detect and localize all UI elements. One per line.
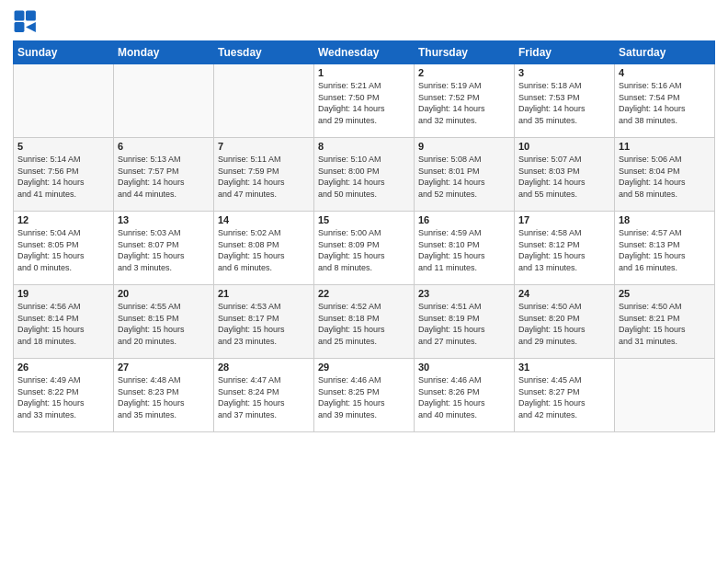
day-info: Sunrise: 4:57 AM Sunset: 8:13 PM Dayligh… (619, 227, 711, 273)
day-number: 12 (17, 214, 109, 225)
day-info: Sunrise: 5:04 AM Sunset: 8:05 PM Dayligh… (17, 227, 109, 273)
day-number: 1 (318, 67, 410, 78)
day-cell: 3Sunrise: 5:18 AM Sunset: 7:53 PM Daylig… (515, 64, 615, 138)
week-row-2: 5Sunrise: 5:14 AM Sunset: 7:56 PM Daylig… (14, 138, 715, 212)
calendar-table: SundayMondayTuesdayWednesdayThursdayFrid… (13, 40, 715, 432)
day-cell: 27Sunrise: 4:48 AM Sunset: 8:23 PM Dayli… (114, 359, 214, 432)
day-number: 6 (118, 141, 210, 152)
day-cell (114, 64, 214, 138)
day-info: Sunrise: 5:13 AM Sunset: 7:57 PM Dayligh… (118, 154, 210, 200)
day-info: Sunrise: 4:56 AM Sunset: 8:14 PM Dayligh… (17, 301, 109, 347)
day-number: 4 (619, 67, 711, 78)
day-info: Sunrise: 5:19 AM Sunset: 7:52 PM Dayligh… (418, 80, 510, 126)
day-number: 25 (619, 288, 711, 299)
week-row-3: 12Sunrise: 5:04 AM Sunset: 8:05 PM Dayli… (14, 212, 715, 285)
logo-icon (13, 9, 39, 35)
day-number: 17 (518, 214, 610, 225)
day-cell (214, 64, 314, 138)
day-cell: 24Sunrise: 4:50 AM Sunset: 8:20 PM Dayli… (515, 285, 615, 359)
day-cell: 9Sunrise: 5:08 AM Sunset: 8:01 PM Daylig… (415, 138, 515, 212)
day-number: 8 (318, 141, 410, 152)
day-cell: 8Sunrise: 5:10 AM Sunset: 8:00 PM Daylig… (314, 138, 415, 212)
day-cell: 6Sunrise: 5:13 AM Sunset: 7:57 PM Daylig… (114, 138, 214, 212)
svg-rect-2 (15, 22, 25, 32)
day-info: Sunrise: 5:06 AM Sunset: 8:04 PM Dayligh… (619, 154, 711, 200)
day-number: 15 (318, 214, 410, 225)
day-number: 3 (518, 67, 610, 78)
day-cell: 1Sunrise: 5:21 AM Sunset: 7:50 PM Daylig… (314, 64, 415, 138)
day-info: Sunrise: 5:08 AM Sunset: 8:01 PM Dayligh… (418, 154, 510, 200)
day-cell: 18Sunrise: 4:57 AM Sunset: 8:13 PM Dayli… (615, 212, 715, 285)
day-cell: 31Sunrise: 4:45 AM Sunset: 8:27 PM Dayli… (515, 359, 615, 432)
day-number: 18 (619, 214, 711, 225)
day-number: 7 (218, 141, 310, 152)
day-number: 13 (118, 214, 210, 225)
day-cell: 21Sunrise: 4:53 AM Sunset: 8:17 PM Dayli… (214, 285, 314, 359)
day-info: Sunrise: 4:46 AM Sunset: 8:26 PM Dayligh… (418, 374, 510, 420)
col-header-friday: Friday (515, 41, 615, 64)
day-info: Sunrise: 4:47 AM Sunset: 8:24 PM Dayligh… (218, 374, 310, 420)
col-header-wednesday: Wednesday (314, 41, 415, 64)
col-header-saturday: Saturday (615, 41, 715, 64)
day-number: 26 (17, 362, 109, 373)
day-cell: 30Sunrise: 4:46 AM Sunset: 8:26 PM Dayli… (415, 359, 515, 432)
day-info: Sunrise: 5:18 AM Sunset: 7:53 PM Dayligh… (518, 80, 610, 126)
day-info: Sunrise: 4:50 AM Sunset: 8:21 PM Dayligh… (619, 301, 711, 347)
day-cell: 19Sunrise: 4:56 AM Sunset: 8:14 PM Dayli… (14, 285, 114, 359)
col-header-sunday: Sunday (14, 41, 114, 64)
day-info: Sunrise: 4:53 AM Sunset: 8:17 PM Dayligh… (218, 301, 310, 347)
day-number: 11 (619, 141, 711, 152)
svg-marker-3 (26, 22, 36, 32)
day-cell: 22Sunrise: 4:52 AM Sunset: 8:18 PM Dayli… (314, 285, 415, 359)
day-info: Sunrise: 5:11 AM Sunset: 7:59 PM Dayligh… (218, 154, 310, 200)
day-info: Sunrise: 4:58 AM Sunset: 8:12 PM Dayligh… (518, 227, 610, 273)
day-cell: 14Sunrise: 5:02 AM Sunset: 8:08 PM Dayli… (214, 212, 314, 285)
day-info: Sunrise: 5:21 AM Sunset: 7:50 PM Dayligh… (318, 80, 410, 126)
day-cell: 5Sunrise: 5:14 AM Sunset: 7:56 PM Daylig… (14, 138, 114, 212)
day-number: 19 (17, 288, 109, 299)
day-cell (615, 359, 715, 432)
svg-rect-1 (26, 11, 36, 21)
day-cell: 12Sunrise: 5:04 AM Sunset: 8:05 PM Dayli… (14, 212, 114, 285)
week-row-4: 19Sunrise: 4:56 AM Sunset: 8:14 PM Dayli… (14, 285, 715, 359)
day-info: Sunrise: 5:10 AM Sunset: 8:00 PM Dayligh… (318, 154, 410, 200)
day-number: 22 (318, 288, 410, 299)
day-number: 14 (218, 214, 310, 225)
svg-rect-0 (15, 11, 25, 21)
day-number: 10 (518, 141, 610, 152)
day-info: Sunrise: 4:51 AM Sunset: 8:19 PM Dayligh… (418, 301, 510, 347)
day-number: 9 (418, 141, 510, 152)
day-cell: 23Sunrise: 4:51 AM Sunset: 8:19 PM Dayli… (415, 285, 515, 359)
day-number: 20 (118, 288, 210, 299)
day-info: Sunrise: 5:07 AM Sunset: 8:03 PM Dayligh… (518, 154, 610, 200)
day-cell: 10Sunrise: 5:07 AM Sunset: 8:03 PM Dayli… (515, 138, 615, 212)
day-number: 28 (218, 362, 310, 373)
day-number: 2 (418, 67, 510, 78)
day-cell: 25Sunrise: 4:50 AM Sunset: 8:21 PM Dayli… (615, 285, 715, 359)
day-cell: 4Sunrise: 5:16 AM Sunset: 7:54 PM Daylig… (615, 64, 715, 138)
day-info: Sunrise: 4:49 AM Sunset: 8:22 PM Dayligh… (17, 374, 109, 420)
day-number: 23 (418, 288, 510, 299)
day-number: 29 (318, 362, 410, 373)
day-info: Sunrise: 5:02 AM Sunset: 8:08 PM Dayligh… (218, 227, 310, 273)
day-number: 24 (518, 288, 610, 299)
day-cell: 2Sunrise: 5:19 AM Sunset: 7:52 PM Daylig… (415, 64, 515, 138)
day-cell: 13Sunrise: 5:03 AM Sunset: 8:07 PM Dayli… (114, 212, 214, 285)
header (13, 9, 715, 35)
day-cell: 29Sunrise: 4:46 AM Sunset: 8:25 PM Dayli… (314, 359, 415, 432)
day-info: Sunrise: 5:16 AM Sunset: 7:54 PM Dayligh… (619, 80, 711, 126)
day-number: 31 (518, 362, 610, 373)
logo (13, 9, 42, 35)
day-number: 27 (118, 362, 210, 373)
day-info: Sunrise: 5:03 AM Sunset: 8:07 PM Dayligh… (118, 227, 210, 273)
day-cell: 11Sunrise: 5:06 AM Sunset: 8:04 PM Dayli… (615, 138, 715, 212)
col-header-tuesday: Tuesday (214, 41, 314, 64)
day-number: 5 (17, 141, 109, 152)
day-cell (14, 64, 114, 138)
day-cell: 20Sunrise: 4:55 AM Sunset: 8:15 PM Dayli… (114, 285, 214, 359)
day-info: Sunrise: 4:50 AM Sunset: 8:20 PM Dayligh… (518, 301, 610, 347)
day-number: 30 (418, 362, 510, 373)
calendar-page: SundayMondayTuesdayWednesdayThursdayFrid… (0, 0, 728, 563)
day-cell: 26Sunrise: 4:49 AM Sunset: 8:22 PM Dayli… (14, 359, 114, 432)
week-row-1: 1Sunrise: 5:21 AM Sunset: 7:50 PM Daylig… (14, 64, 715, 138)
